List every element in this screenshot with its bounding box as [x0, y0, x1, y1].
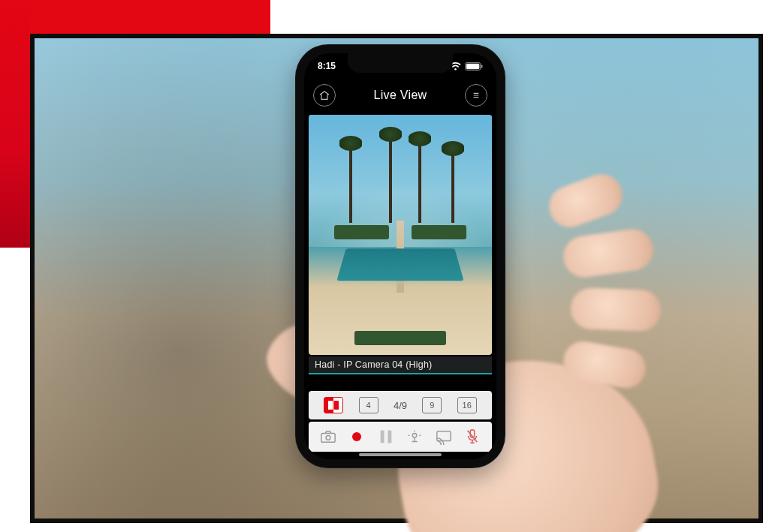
scene-pool	[336, 249, 464, 281]
svg-rect-15	[380, 430, 384, 443]
snapshot-button[interactable]	[318, 428, 338, 446]
status-time: 8:15	[318, 61, 336, 71]
bottom-toolbar	[309, 422, 492, 452]
menu-button[interactable]	[465, 84, 487, 107]
decorative-red-bar-top	[0, 0, 270, 34]
phone-frame: 8:15 Live View	[295, 44, 505, 468]
scene-palm-tree	[349, 143, 352, 223]
svg-point-14	[326, 435, 330, 440]
svg-point-4	[454, 68, 457, 70]
svg-rect-11	[328, 401, 333, 410]
svg-rect-16	[388, 430, 391, 443]
layout-4up-button[interactable]: 4	[359, 397, 378, 413]
battery-icon	[465, 62, 483, 71]
layout-9up-button[interactable]: 9	[422, 397, 442, 413]
phone-notch	[348, 53, 453, 73]
app-header: Live View	[304, 79, 496, 112]
svg-rect-7	[481, 65, 483, 68]
layout-1up-button[interactable]	[324, 397, 343, 413]
pause-button[interactable]	[376, 428, 396, 446]
svg-point-17	[413, 433, 418, 437]
home-indicator[interactable]	[359, 453, 442, 456]
scene-palm-tree	[389, 134, 392, 223]
page-title: Live View	[374, 89, 427, 102]
scene-palm-tree	[418, 139, 421, 223]
camera-live-feed[interactable]	[309, 115, 492, 355]
mic-button[interactable]	[463, 428, 482, 446]
scene-hedge	[334, 225, 389, 239]
layout-selector-row: 4 4/9 9 16	[309, 391, 492, 419]
svg-rect-13	[321, 433, 334, 442]
camera-name-label: Hadi - IP Camera 04 (High)	[309, 356, 492, 374]
ptz-button[interactable]	[405, 428, 424, 446]
scene-hedge	[412, 225, 466, 239]
layout-ratio-label: 4/9	[394, 400, 407, 411]
home-button[interactable]	[313, 84, 336, 107]
svg-rect-18	[437, 431, 451, 441]
scene-palm-tree	[451, 149, 454, 223]
decorative-red-bar-left	[0, 0, 30, 248]
phone-screen: 8:15 Live View	[304, 53, 496, 459]
cast-button[interactable]	[434, 428, 454, 446]
record-button[interactable]	[347, 428, 366, 446]
svg-rect-6	[466, 63, 479, 68]
svg-rect-12	[334, 401, 339, 410]
layout-16up-button[interactable]: 16	[457, 397, 477, 413]
scene-hedge	[354, 331, 446, 345]
